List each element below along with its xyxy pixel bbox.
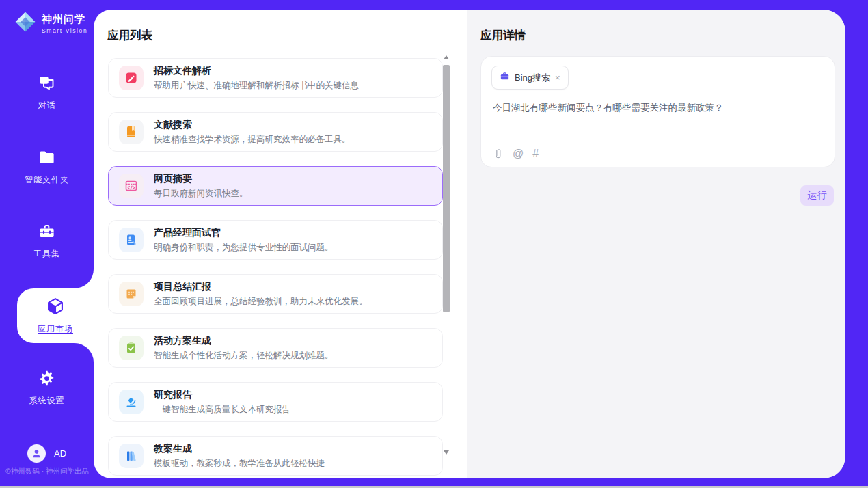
list-scrollbar bbox=[442, 53, 450, 463]
edit-document-icon bbox=[119, 66, 144, 90]
brand-name: 神州问学 bbox=[42, 13, 87, 26]
user-account[interactable]: AD bbox=[27, 444, 66, 463]
app-name: 文献搜索 bbox=[154, 119, 351, 131]
app-description: 帮助用户快速、准确地理解和解析招标书中的关键信息 bbox=[154, 80, 359, 92]
notch-curve-top bbox=[74, 269, 94, 288]
close-icon[interactable]: × bbox=[555, 73, 560, 82]
sidebar-item-label: 工具集 bbox=[33, 248, 60, 260]
sidebar-item-settings[interactable]: 系统设置 bbox=[0, 369, 94, 407]
app-description: 全面回顾项目进展，总结经验教训，助力未来优化发展。 bbox=[154, 296, 368, 308]
sidebar-item-chat[interactable]: 对话 bbox=[0, 74, 94, 111]
prompt-input[interactable]: 今日湖北有哪些新闻要点？有哪些需要关注的最新政策？ bbox=[493, 102, 824, 114]
list-item-literature-search[interactable]: 文献搜索 快速精准查找学术资源，提高研究效率的必备工具。 bbox=[108, 112, 443, 152]
main-content: 应用列表 招标文件解析 帮助用户快速、准确地理解和解析招标书中的关键信息 bbox=[94, 10, 845, 478]
paperclip-icon[interactable] bbox=[493, 148, 504, 160]
app-list-title: 应用列表 bbox=[107, 28, 152, 43]
sidebar-item-label: 智能文件夹 bbox=[25, 174, 69, 186]
scrollbar-thumb[interactable] bbox=[443, 65, 450, 312]
briefcase-icon bbox=[500, 71, 510, 84]
app-name: 活动方案生成 bbox=[154, 335, 334, 347]
app-description: 每日政府新闻资讯快查。 bbox=[154, 188, 248, 200]
tool-tag-label: Bing搜索 bbox=[515, 72, 550, 84]
app-description: 一键智能生成高质量长文本研究报告 bbox=[154, 404, 290, 416]
sidebar-item-label: 对话 bbox=[38, 100, 56, 111]
toolbox-icon bbox=[38, 222, 56, 243]
list-item-project-summary[interactable]: 项目总结汇报 全面回顾项目进展，总结经验教训，助力未来优化发展。 bbox=[108, 274, 443, 314]
books-icon bbox=[119, 444, 144, 468]
prompt-toolbar: @ # bbox=[493, 148, 539, 160]
sidebar-active-notch: 应用市场 bbox=[17, 288, 94, 343]
app-name: 产品经理面试官 bbox=[154, 227, 334, 239]
scroll-up-icon[interactable] bbox=[442, 53, 450, 62]
microscope-icon bbox=[119, 390, 144, 414]
sidebar-item-smart-folder[interactable]: 智能文件夹 bbox=[0, 148, 94, 186]
tool-tag-bing-search[interactable]: Bing搜索 × bbox=[491, 66, 569, 90]
app-name: 教案生成 bbox=[154, 443, 325, 455]
brand-subtitle: Smart Vision bbox=[42, 27, 87, 34]
app-description: 模板驱动，教案秒成，教学准备从此轻松快捷 bbox=[154, 458, 325, 470]
list-item-web-summary[interactable]: 网页摘要 每日政府新闻资讯快查。 bbox=[108, 166, 443, 206]
clipboard-check-icon bbox=[119, 336, 144, 360]
run-button[interactable]: 运行 bbox=[800, 185, 834, 206]
sticky-note-icon bbox=[119, 282, 144, 306]
app-description: 快速精准查找学术资源，提高研究效率的必备工具。 bbox=[154, 134, 351, 146]
app-name: 研究报告 bbox=[154, 389, 290, 401]
app-name: 招标文件解析 bbox=[154, 65, 359, 77]
list-item-lesson-plan[interactable]: 教案生成 模板驱动，教案秒成，教学准备从此轻松快捷 bbox=[108, 436, 443, 476]
cube-icon bbox=[46, 297, 65, 318]
scroll-down-icon[interactable] bbox=[442, 448, 450, 457]
app-name: 网页摘要 bbox=[154, 173, 248, 185]
chat-icon bbox=[38, 74, 56, 95]
at-mention-icon[interactable]: @ bbox=[513, 148, 524, 160]
app-detail-panel: 应用详情 Bing搜索 × 今日湖北有哪些新闻要点？有哪些需要关注的最新政策？ bbox=[467, 10, 845, 478]
sidebar-item-label: 应用市场 bbox=[38, 323, 73, 335]
notch-curve-bottom bbox=[74, 343, 94, 362]
diamond-logo-icon bbox=[14, 10, 37, 36]
list-item-research-report[interactable]: 研究报告 一键智能生成高质量长文本研究报告 bbox=[108, 382, 443, 422]
book-icon bbox=[119, 120, 144, 144]
app-description: 明确身份和职责，为您提供专业性的面试问题。 bbox=[154, 242, 334, 254]
app-name: 项目总结汇报 bbox=[154, 281, 368, 293]
interview-doc-icon bbox=[119, 228, 144, 252]
sidebar: 神州问学 Smart Vision 对话 智能文件夹 bbox=[0, 0, 94, 486]
folder-icon bbox=[38, 148, 56, 170]
app-description: 智能生成个性化活动方案，轻松解决规划难题。 bbox=[154, 350, 334, 362]
list-item-pm-interviewer[interactable]: 产品经理面试官 明确身份和职责，为您提供专业性的面试问题。 bbox=[108, 220, 443, 260]
prompt-card: Bing搜索 × 今日湖北有哪些新闻要点？有哪些需要关注的最新政策？ @ # bbox=[480, 56, 835, 167]
app-list: 招标文件解析 帮助用户快速、准确地理解和解析招标书中的关键信息 文献搜索 快速精… bbox=[108, 58, 443, 478]
user-initials: AD bbox=[54, 448, 66, 459]
brand-logo: 神州问学 Smart Vision bbox=[14, 10, 87, 36]
copyright-footer: ©神州数码 · 神州问学出品 bbox=[5, 467, 89, 476]
list-item-bid-parse[interactable]: 招标文件解析 帮助用户快速、准确地理解和解析招标书中的关键信息 bbox=[108, 58, 443, 98]
web-code-icon bbox=[119, 174, 144, 198]
app-list-panel: 应用列表 招标文件解析 帮助用户快速、准确地理解和解析招标书中的关键信息 bbox=[94, 10, 467, 478]
hash-tag-icon[interactable]: # bbox=[532, 148, 539, 160]
user-avatar-icon bbox=[27, 444, 46, 463]
list-item-event-plan[interactable]: 活动方案生成 智能生成个性化活动方案，轻松解决规划难题。 bbox=[108, 328, 443, 368]
app-detail-title: 应用详情 bbox=[480, 28, 526, 43]
sidebar-item-app-market[interactable]: 应用市场 bbox=[17, 288, 94, 335]
sidebar-item-label: 系统设置 bbox=[29, 395, 65, 407]
sidebar-item-toolset[interactable]: 工具集 bbox=[0, 222, 94, 260]
gear-icon bbox=[38, 369, 56, 390]
